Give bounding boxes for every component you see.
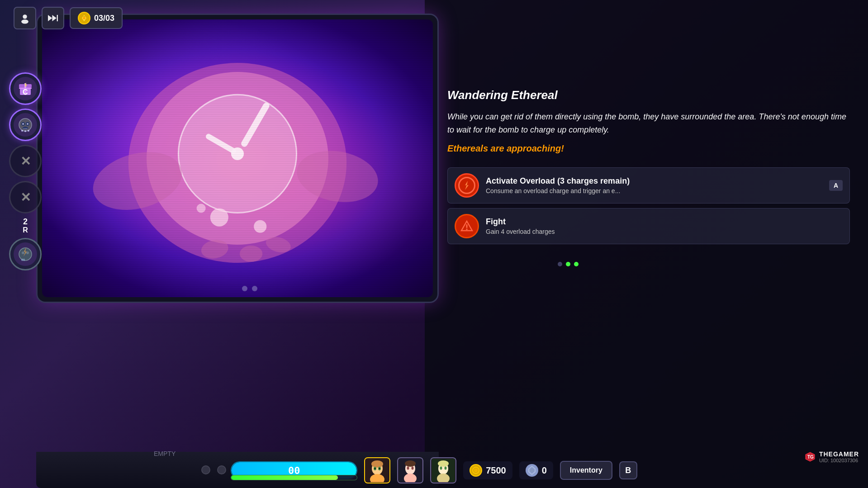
locked-marker-2: ✕ [20, 190, 31, 205]
indicator-dot-2 [566, 262, 570, 266]
svg-point-49 [371, 460, 383, 468]
profile-button[interactable] [14, 7, 36, 29]
char-portrait-3[interactable] [430, 457, 456, 483]
action-1-title: Activate Overload (3 charges remain) [486, 176, 843, 186]
green-dots [558, 262, 579, 266]
svg-point-29 [27, 123, 28, 125]
svg-point-57 [405, 460, 416, 467]
screen-dots [242, 286, 257, 291]
char-face-3 [431, 458, 455, 483]
svg-rect-44 [466, 224, 468, 228]
svg-point-64 [440, 467, 442, 470]
svg-point-15 [21, 19, 28, 24]
energy-number: 00 [288, 465, 300, 476]
tv-monitor [36, 14, 439, 303]
overload-bolt-icon [462, 180, 472, 190]
svg-rect-18 [57, 15, 58, 21]
svg-point-5 [231, 147, 244, 160]
c-key-label: C [23, 88, 28, 96]
gold-icon [470, 464, 482, 477]
svg-marker-69 [530, 468, 534, 473]
char-face-1 [365, 458, 389, 483]
svg-point-34 [21, 130, 23, 132]
action-2-subtitle: Gain 4 overload charges [486, 228, 843, 235]
ability-slot-4: ✕ [9, 181, 42, 213]
svg-marker-16 [48, 15, 52, 21]
counter-value: 03/03 [94, 14, 114, 23]
health-fill [231, 475, 338, 480]
dot-2 [252, 286, 257, 291]
svg-marker-42 [465, 181, 469, 190]
tv-screen [42, 19, 433, 297]
action-1-text: Activate Overload (3 charges remain) Con… [486, 176, 843, 194]
gold-amount: 7500 [486, 465, 506, 476]
svg-point-52 [375, 468, 376, 469]
r-key-label: R [9, 226, 42, 234]
svg-text:∞: ∞ [21, 256, 25, 263]
action-card-overload[interactable]: Activate Overload (3 charges remain) Con… [447, 167, 850, 204]
char-portrait-2[interactable] [397, 457, 423, 483]
watermark-name: THEGAMER [819, 450, 859, 458]
locked-marker: ✕ [20, 154, 31, 169]
ability-slot-3: ✕ [9, 145, 42, 177]
profile-icon [20, 12, 30, 24]
fight-icon [455, 214, 479, 238]
energy-bar-container: 00 [231, 461, 357, 479]
ability-slot-2[interactable] [9, 109, 42, 141]
gold-counter: 7500 [463, 461, 512, 479]
r-ability-slot[interactable]: ∞ [9, 238, 42, 270]
crystal-counter: 0 [519, 461, 553, 479]
ghost-figure-svg [42, 19, 433, 297]
crystal-amount: 0 [542, 465, 547, 476]
warning-icon [460, 220, 473, 232]
info-alert: Ethereals are approaching! [447, 143, 850, 154]
action-card-fight[interactable]: Fight Gain 4 overload charges [447, 208, 850, 244]
action-1-key: A [829, 180, 843, 191]
overload-icon [455, 173, 479, 198]
info-title: Wandering Ethereal [447, 88, 850, 102]
svg-point-12 [240, 246, 262, 262]
action-2-text: Fight Gain 4 overload charges [486, 217, 843, 235]
svg-point-63 [438, 460, 449, 467]
top-hud: 03/03 [14, 7, 123, 29]
svg-point-35 [24, 130, 26, 132]
skip-button[interactable] [42, 7, 64, 29]
coin-icon [78, 12, 90, 24]
svg-point-9 [254, 220, 266, 233]
svg-point-19 [83, 17, 85, 19]
svg-point-45 [466, 228, 468, 230]
ability-2-icon [14, 113, 37, 137]
svg-point-59 [412, 467, 414, 470]
indicator-dot-3 [574, 262, 579, 266]
action-2-title: Fight [486, 217, 843, 227]
svg-point-10 [197, 204, 206, 213]
dot-1 [242, 286, 247, 291]
char-portrait-1[interactable] [364, 457, 390, 483]
info-panel: Wandering Ethereal While you can get rid… [434, 77, 863, 260]
info-description: While you can get rid of them directly u… [447, 110, 850, 137]
svg-point-36 [28, 130, 29, 132]
char-face-2 [398, 458, 422, 483]
svg-point-58 [407, 467, 409, 470]
svg-point-8 [210, 208, 228, 227]
hud-counter: 03/03 [70, 7, 123, 29]
r-ability-section: R ∞ [9, 226, 42, 274]
ability-number: 2 [9, 217, 42, 227]
crystal-icon [526, 464, 538, 477]
svg-point-67 [474, 469, 478, 472]
bottom-hud: 00 [0, 457, 868, 483]
svg-point-28 [22, 123, 24, 125]
action-1-subtitle: Consume an overload charge and trigger a… [486, 187, 843, 194]
svg-point-65 [445, 467, 447, 470]
svg-point-14 [23, 14, 27, 19]
svg-marker-17 [52, 15, 56, 21]
indicator-dot-1 [558, 262, 562, 266]
health-bar [231, 475, 357, 480]
svg-point-53 [379, 468, 380, 469]
overload-ring [458, 177, 475, 194]
inventory-button[interactable]: Inventory [560, 461, 612, 480]
skip-icon [48, 13, 58, 23]
empty-slot-label: EMPTY [154, 450, 175, 457]
svg-point-39 [26, 251, 29, 254]
b-button[interactable]: B [619, 461, 637, 479]
